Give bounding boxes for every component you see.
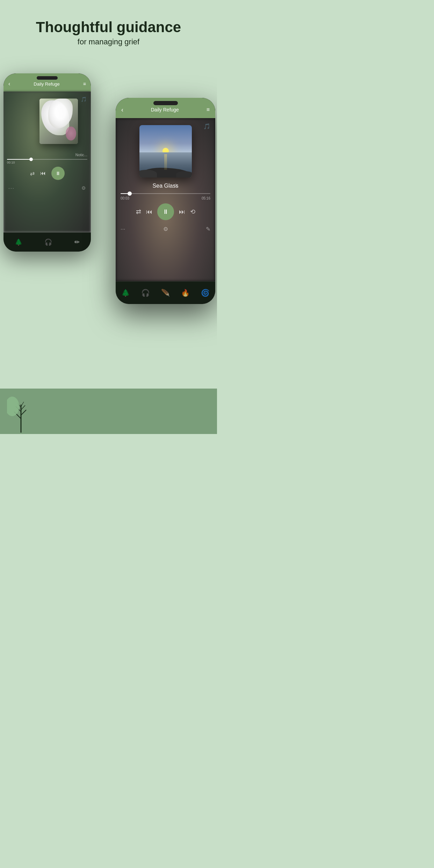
controls-front: ⇄ ⏮ ⏸ ⏭ ⟲ xyxy=(116,203,215,220)
phones-container: ‹ Daily Refuge ≡ 🎵 N xyxy=(0,63,217,434)
controls-back: ⇄ ⏮ ⏸ xyxy=(3,167,91,180)
more-dots-back[interactable]: ··· xyxy=(8,185,15,191)
shuffle-icon-back[interactable]: ⇄ xyxy=(30,170,35,177)
playlist-icon-back[interactable]: 🎵 xyxy=(81,96,87,102)
nav-nature-back[interactable]: 🌲 xyxy=(15,238,22,246)
back-arrow-icon-front[interactable]: ‹ xyxy=(121,106,123,114)
main-title: Thoughtful guidance xyxy=(10,19,207,35)
track-label-back: Notic... xyxy=(75,153,87,157)
progress-bar-back[interactable] xyxy=(7,159,87,160)
play-pause-back[interactable]: ⏸ xyxy=(51,167,65,180)
phone-back-screen: ‹ Daily Refuge ≡ 🎵 N xyxy=(3,73,91,252)
playlist-icon-front[interactable]: 🎵 xyxy=(203,123,210,130)
repeat-icon-front[interactable]: ⟲ xyxy=(190,208,195,216)
shuffle-icon-front[interactable]: ⇄ xyxy=(136,208,141,216)
back-arrow-icon[interactable]: ‹ xyxy=(8,81,10,87)
edit-icon-front[interactable]: ✎ xyxy=(206,226,210,232)
phone-front-content: 🎵 xyxy=(116,118,215,281)
nav-pen-back[interactable]: ✏ xyxy=(74,238,80,246)
track-name-front: Sea Glass xyxy=(116,183,215,189)
forward-icon-front[interactable]: ⏭ xyxy=(179,208,185,216)
current-time-front: 00:03 xyxy=(121,196,129,200)
progress-bar-front[interactable] xyxy=(121,193,210,194)
settings-icon-front[interactable]: ⚙ xyxy=(163,226,168,232)
rewind-icon-front[interactable]: ⏮ xyxy=(146,208,152,216)
phone-back-content: 🎵 Notic... xyxy=(3,92,91,232)
rewind-icon-back[interactable]: ⏮ xyxy=(40,170,46,176)
album-art-back xyxy=(39,99,78,144)
nav-bar-back: 🌲 🎧 ✏ xyxy=(3,232,91,252)
nav-bar-front: 🌲 🎧 🪶 🔥 🌀 xyxy=(116,281,215,304)
phone-back-title: Daily Refuge xyxy=(34,81,59,87)
phone-front: ‹ Daily Refuge ≡ 🎵 xyxy=(116,98,215,304)
sub-title: for managing grief xyxy=(10,37,207,46)
phone-back: ‹ Daily Refuge ≡ 🎵 N xyxy=(3,73,91,252)
nav-headphones-front[interactable]: 🎧 xyxy=(141,289,150,297)
bottom-row-back: ··· ⚙ xyxy=(3,185,91,191)
nav-spiral-front[interactable]: 🌀 xyxy=(201,289,210,297)
total-time-front: 05:16 xyxy=(202,196,210,200)
nav-headphones-back[interactable]: 🎧 xyxy=(44,238,52,246)
current-time-back: 00:10 xyxy=(7,161,15,164)
phone-front-notch xyxy=(153,101,178,105)
settings-icon-back[interactable]: ⚙ xyxy=(81,185,86,191)
favorite-star[interactable]: ☆ xyxy=(173,182,178,189)
play-pause-front[interactable]: ⏸ xyxy=(157,203,174,220)
album-art-front xyxy=(139,125,192,178)
nav-nature-front[interactable]: 🌲 xyxy=(121,289,130,297)
menu-icon-front[interactable]: ≡ xyxy=(207,107,210,113)
phone-back-notch xyxy=(37,76,58,80)
menu-icon[interactable]: ≡ xyxy=(83,81,86,87)
time-display-front: 00:03 05:16 xyxy=(121,196,210,200)
phone-front-screen: ‹ Daily Refuge ≡ 🎵 xyxy=(116,98,215,304)
phone-front-title: Daily Refuge xyxy=(151,107,179,113)
header-section: Thoughtful guidance for managing grief xyxy=(0,19,217,46)
bottom-row-front: ··· ⚙ ✎ xyxy=(121,226,210,232)
nav-pen-front[interactable]: 🪶 xyxy=(161,289,170,297)
more-dots-front[interactable]: ··· xyxy=(121,226,125,232)
nav-flame-front[interactable]: 🔥 xyxy=(181,289,190,297)
